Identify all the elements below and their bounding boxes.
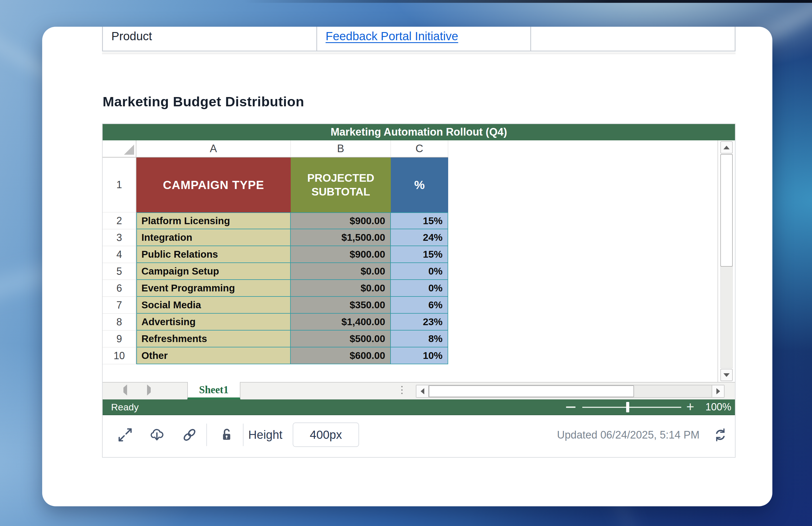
toolbar-divider [206,424,207,446]
cell-b9: $500.00 [291,330,391,347]
field-empty-cell [530,27,736,51]
sheet-tab-label: Sheet1 [199,384,229,396]
height-input[interactable] [293,423,359,447]
zoom-level: 100% [706,399,731,415]
sheet-tab-bar: Sheet1 [103,382,735,399]
desktop-wallpaper: Product Feedback Portal Initiative Marke… [0,0,812,526]
cell-b3: $1,500.00 [291,229,391,246]
arrow-right-icon [716,388,720,394]
content-card: Product Feedback Portal Initiative Marke… [42,27,772,506]
sheet-grid: A B C 1 CAMPAIGN TYPE PROJECTED SUBTOTAL… [103,140,448,364]
arrow-down-icon [723,373,730,377]
unlock-icon[interactable] [219,427,234,443]
scroll-right-button[interactable] [712,385,724,397]
horizontal-scrollbar[interactable] [416,385,725,398]
field-value-cell: Feedback Portal Initiative [316,27,530,51]
row-number: 9 [103,330,136,347]
row-number: 4 [103,246,136,263]
cell-a3: Integration [136,229,291,246]
sheet-viewport: A B C 1 CAMPAIGN TYPE PROJECTED SUBTOTAL… [103,140,735,382]
cell-b5: $0.00 [291,263,391,280]
zoom-in-button[interactable]: + [686,399,694,414]
column-header-b: B [291,140,391,157]
expand-icon[interactable] [117,427,133,443]
cell-b6: $0.00 [291,280,391,297]
cell-a5: Campaign Setup [136,263,291,280]
cell-a4: Public Relations [136,246,291,263]
cloud-download-icon[interactable] [149,427,165,443]
cell-a8: Advertising [136,314,291,330]
zoom-slider-track[interactable] [582,407,681,408]
cell-c4: 15% [391,246,448,263]
status-text: Ready [111,399,139,415]
refresh-icon[interactable] [712,427,728,443]
field-label-cell: Product [102,27,316,51]
scroll-up-button[interactable] [720,141,733,154]
next-sheet-button[interactable] [147,388,151,393]
cell-b1: PROJECTED SUBTOTAL [291,157,391,212]
excel-embed-widget: Marketing Automation Rollout (Q4) A B C … [102,124,736,458]
select-all-cell [103,140,136,157]
cell-b7: $350.00 [291,297,391,314]
workbook-title-bar: Marketing Automation Rollout (Q4) [103,124,735,140]
cell-b10: $600.00 [291,347,391,364]
updated-timestamp: Updated 06/24/2025, 5:14 PM [557,415,699,455]
cell-c10: 10% [391,347,448,364]
cell-c6: 0% [391,280,448,297]
horizontal-scroll-thumb[interactable] [429,385,634,397]
row-number: 7 [103,297,136,314]
row-number: 5 [103,263,136,280]
cell-b4: $900.00 [291,246,391,263]
cell-a9: Refreshments [136,330,291,347]
arrow-left-icon [421,388,424,394]
scroll-down-button[interactable] [720,369,733,381]
row-number: 10 [103,347,136,364]
cell-c7: 6% [391,297,448,314]
page-title: Marketing Budget Distribution [103,94,304,110]
arrow-up-icon [723,146,730,150]
vertical-scroll-thumb[interactable] [720,154,733,267]
scroll-left-button[interactable] [416,385,429,397]
prev-sheet-button[interactable] [124,388,127,393]
sheet-tab-sheet1[interactable]: Sheet1 [187,382,241,399]
row-number: 2 [103,212,136,229]
arrow-right-icon [147,384,151,396]
row-number: 6 [103,280,136,297]
cell-a6: Event Programming [136,280,291,297]
row-number: 3 [103,229,136,246]
embed-toolbar: Height Updated 06/24/2025, 5:14 PM [103,415,735,457]
cell-c9: 8% [391,330,448,347]
vertical-scrollbar[interactable] [717,140,735,382]
product-link[interactable]: Feedback Portal Initiative [325,30,458,43]
cell-c8: 23% [391,314,448,330]
toolbar-divider [243,424,244,446]
wallpaper-top-edge [0,0,812,3]
cell-c5: 0% [391,263,448,280]
status-bar: Ready + 100% [103,399,735,415]
cell-b2: $900.00 [291,212,391,229]
cell-a1: CAMPAIGN TYPE [136,157,291,212]
page-properties-table: Product Feedback Portal Initiative [102,27,736,52]
table-shadow [102,52,736,54]
row-number: 8 [103,314,136,330]
row-number: 1 [103,157,136,212]
cell-a2: Platform Licensing [136,212,291,229]
cell-c2: 15% [391,212,448,229]
height-label: Height [248,415,282,455]
cell-c1: % [391,157,448,212]
cell-a7: Social Media [136,297,291,314]
zoom-out-button[interactable] [566,407,576,408]
column-header-c: C [391,140,448,157]
tab-scrollbar-divider[interactable] [401,386,403,394]
cell-c3: 24% [391,229,448,246]
cell-a10: Other [136,347,291,364]
arrow-left-icon [124,384,127,396]
link-icon[interactable] [182,427,198,443]
select-all-triangle-icon [124,145,134,155]
column-header-a: A [136,140,291,157]
cell-b8: $1,400.00 [291,314,391,330]
zoom-slider-thumb[interactable] [626,402,629,412]
field-label: Product [111,30,152,43]
